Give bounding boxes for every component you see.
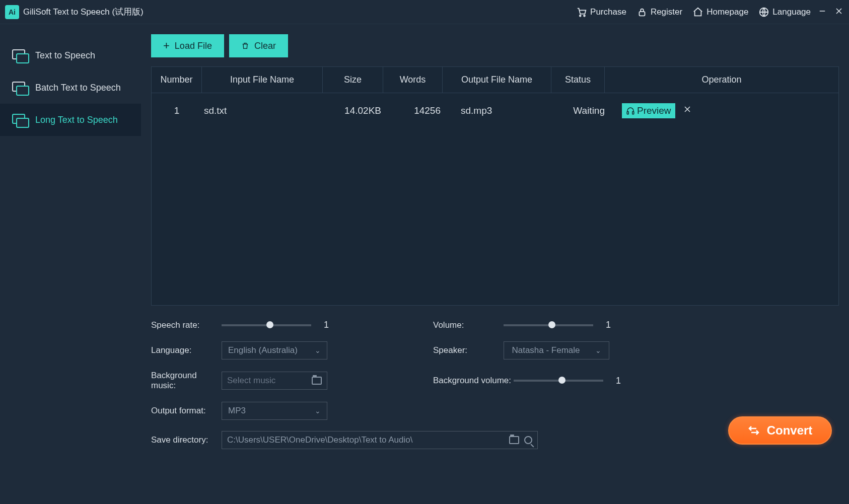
output-format-label: Output format:	[151, 406, 222, 416]
sidebar-item-long-tts[interactable]: Long Text to Speech	[0, 104, 141, 136]
tts-icon	[12, 49, 27, 61]
homepage-link[interactable]: Homepage	[692, 7, 748, 18]
cell-output-file: sd.mp3	[443, 105, 551, 116]
close-button[interactable]	[834, 6, 844, 18]
sidebar-item-batch-tts[interactable]: Batch Text to Speech	[0, 71, 141, 104]
chevron-down-icon: ⌄	[315, 346, 321, 354]
speaker-value: Natasha - Female	[512, 345, 580, 355]
headphones-icon	[626, 106, 635, 115]
main-content: + Load File Clear Number Input File Name…	[141, 24, 849, 504]
row-delete-button[interactable]	[682, 104, 692, 117]
language-label: Language	[772, 7, 811, 17]
save-dir-label: Save directory:	[151, 435, 222, 445]
clear-button[interactable]: Clear	[229, 34, 288, 57]
header-output-file: Output File Name	[443, 67, 551, 93]
title-bar: Ai GiliSoft Text to Speech (试用版) Purchas…	[0, 0, 849, 24]
globe-icon	[758, 7, 769, 18]
cell-size: 14.02KB	[323, 105, 383, 116]
convert-icon	[748, 424, 760, 437]
speaker-select[interactable]: Natasha - Female ⌄	[504, 341, 609, 359]
close-icon	[834, 6, 844, 16]
x-icon	[682, 104, 692, 114]
output-format-select[interactable]: MP3 ⌄	[222, 402, 327, 420]
browse-folder-icon[interactable]	[509, 436, 519, 444]
header-operation: Operation	[605, 67, 838, 93]
minimize-button[interactable]	[818, 7, 827, 18]
cart-icon	[576, 7, 587, 18]
volume-value: 1	[603, 320, 613, 330]
plus-icon: +	[163, 39, 170, 52]
sidebar-item-label: Long Text to Speech	[35, 115, 118, 125]
long-tts-icon	[12, 114, 27, 126]
convert-button[interactable]: Convert	[728, 416, 832, 445]
cell-number: 1	[152, 105, 202, 116]
search-icon[interactable]	[524, 436, 532, 444]
table-header-row: Number Input File Name Size Words Output…	[152, 67, 838, 93]
lock-icon	[636, 7, 648, 18]
minimize-icon	[818, 7, 827, 16]
sidebar: Text to Speech Batch Text to Speech Long…	[0, 24, 141, 504]
bg-volume-label: Background volume:	[433, 376, 514, 386]
speech-rate-slider[interactable]	[222, 324, 311, 326]
sidebar-item-label: Text to Speech	[35, 50, 95, 61]
folder-icon	[312, 377, 322, 385]
sidebar-item-label: Batch Text to Speech	[35, 83, 121, 93]
home-icon	[692, 7, 703, 18]
load-file-label: Load File	[175, 41, 212, 51]
app-logo-icon: Ai	[5, 5, 19, 19]
app-title: GiliSoft Text to Speech (试用版)	[23, 6, 144, 18]
language-value: English (Australia)	[228, 345, 298, 355]
convert-label: Convert	[767, 423, 813, 438]
bg-music-label: Background music:	[151, 371, 222, 391]
homepage-label: Homepage	[706, 7, 748, 17]
bg-volume-value: 1	[613, 376, 623, 386]
language-select[interactable]: English (Australia) ⌄	[222, 341, 327, 359]
svg-rect-7	[627, 112, 628, 114]
save-dir-value: C:\Users\USER\OneDrive\Desktop\Text to A…	[227, 435, 412, 445]
output-format-value: MP3	[228, 406, 246, 416]
svg-rect-8	[632, 112, 634, 114]
trash-icon	[241, 41, 249, 50]
register-label: Register	[651, 7, 682, 17]
volume-slider[interactable]	[504, 324, 593, 326]
cell-words: 14256	[383, 105, 443, 116]
file-table: Number Input File Name Size Words Output…	[151, 66, 839, 306]
chevron-down-icon: ⌄	[595, 346, 601, 354]
cell-input-file: sd.txt	[202, 105, 323, 116]
speech-rate-value: 1	[321, 320, 331, 330]
language-link[interactable]: Language	[758, 7, 811, 18]
table-row[interactable]: 1 sd.txt 14.02KB 14256 sd.mp3 Waiting Pr…	[152, 93, 838, 128]
sidebar-item-text-to-speech[interactable]: Text to Speech	[0, 39, 141, 71]
clear-label: Clear	[254, 41, 276, 51]
purchase-label: Purchase	[590, 7, 626, 17]
preview-button[interactable]: Preview	[622, 103, 675, 118]
header-number: Number	[152, 67, 202, 93]
chevron-down-icon: ⌄	[315, 407, 321, 415]
save-dir-input[interactable]: C:\Users\USER\OneDrive\Desktop\Text to A…	[222, 431, 538, 449]
load-file-button[interactable]: + Load File	[151, 34, 224, 57]
preview-label: Preview	[637, 105, 671, 116]
header-words: Words	[383, 67, 443, 93]
speech-rate-label: Speech rate:	[151, 320, 222, 330]
bg-music-select[interactable]: Select music	[222, 372, 327, 390]
header-size: Size	[323, 67, 383, 93]
register-link[interactable]: Register	[636, 7, 682, 18]
svg-point-1	[584, 15, 585, 16]
svg-point-0	[580, 15, 581, 16]
bg-volume-slider[interactable]	[514, 380, 603, 382]
bg-music-placeholder: Select music	[227, 376, 275, 386]
svg-rect-2	[639, 12, 645, 16]
header-input-file: Input File Name	[202, 67, 323, 93]
language-label: Language:	[151, 345, 222, 355]
purchase-link[interactable]: Purchase	[576, 7, 626, 18]
speaker-label: Speaker:	[433, 345, 504, 355]
header-status: Status	[551, 67, 605, 93]
cell-status: Waiting	[551, 105, 605, 116]
batch-tts-icon	[12, 82, 27, 94]
volume-label: Volume:	[433, 320, 504, 330]
